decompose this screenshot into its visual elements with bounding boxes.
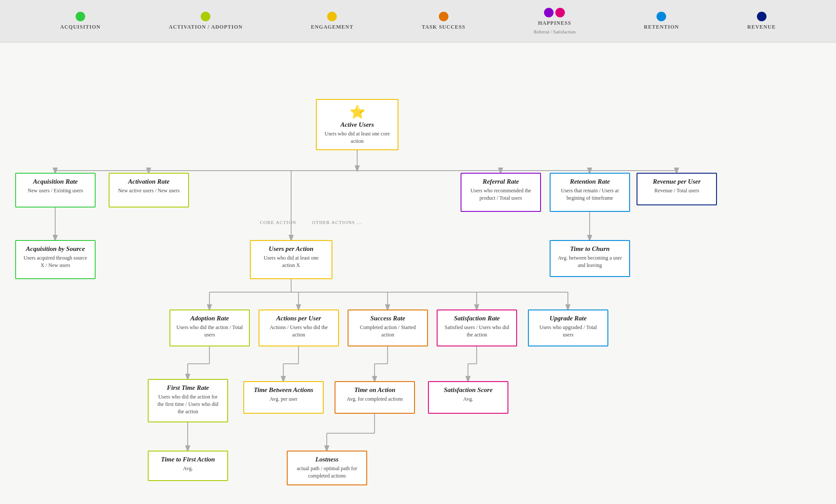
- node-users-per-action[interactable]: Users per Action Users who did at least …: [250, 240, 332, 279]
- node-time-between-actions[interactable]: Time Between Actions Avg. per user: [243, 381, 324, 414]
- activation-rate-title: Activation Rate: [116, 178, 182, 185]
- time-on-action-title: Time on Action: [342, 386, 408, 394]
- happiness-dot-1: [544, 8, 554, 17]
- time-between-actions-subtitle: Avg. per user: [250, 395, 317, 403]
- node-upgrade-rate[interactable]: Upgrade Rate Users who upgraded / Total …: [528, 310, 608, 346]
- legend-item-retention: RETENTION: [644, 12, 679, 30]
- legend-item-task-success: TASK SUCCESS: [421, 12, 465, 30]
- upgrade-rate-title: Upgrade Rate: [535, 315, 601, 322]
- users-per-action-subtitle: Users who did at least one action X: [257, 254, 325, 269]
- lostness-title: Lostness: [294, 456, 360, 463]
- acquisition-label: ACQUISITION: [60, 24, 100, 30]
- node-revenue-per-user[interactable]: Revenue per User Revenue / Total users: [637, 173, 717, 205]
- node-active-users[interactable]: ⭐ Active Users Users who did at least on…: [316, 99, 398, 150]
- active-users-star: ⭐: [323, 104, 391, 119]
- time-to-churn-title: Time to Churn: [557, 245, 623, 253]
- upgrade-rate-subtitle: Users who upgraded / Total users: [535, 324, 601, 339]
- acquisition-by-source-title: Acquisition by Source: [22, 245, 89, 253]
- referral-rate-title: Referral Rate: [468, 178, 534, 185]
- node-adoption-rate[interactable]: Adoption Rate Users who did the action /…: [169, 310, 250, 346]
- referral-rate-subtitle: Users who recommended the product / Tota…: [468, 187, 534, 202]
- satisfaction-rate-title: Satisfaction Rate: [444, 315, 510, 322]
- task-success-dot: [439, 12, 448, 21]
- actions-per-user-subtitle: Actions / Users who did the action: [265, 324, 332, 339]
- time-between-actions-title: Time Between Actions: [250, 386, 317, 394]
- revenue-dot: [757, 12, 766, 21]
- revenue-per-user-title: Revenue per User: [644, 178, 710, 185]
- time-to-first-action-title: Time to First Action: [155, 456, 221, 463]
- node-acquisition-rate[interactable]: Acquisition Rate New users / Existing us…: [15, 173, 96, 208]
- retention-rate-title: Retention Rate: [557, 178, 623, 185]
- lostness-subtitle: actual path / optimal path for completed…: [294, 465, 360, 480]
- actions-per-user-title: Actions per User: [265, 315, 332, 322]
- node-retention-rate[interactable]: Retention Rate Users that remain / Users…: [550, 173, 630, 212]
- active-users-subtitle: Users who did at least one core action: [323, 130, 391, 145]
- success-rate-title: Success Rate: [355, 315, 421, 322]
- engagement-dot: [327, 12, 337, 21]
- first-time-rate-subtitle: Users who did the action for the first t…: [155, 393, 221, 415]
- adoption-rate-subtitle: Users who did the action / Total users: [176, 324, 243, 339]
- acquisition-rate-title: Acquisition Rate: [22, 178, 89, 185]
- satisfaction-score-subtitle: Avg.: [435, 395, 501, 403]
- node-time-to-churn[interactable]: Time to Churn Avg. between becoming a us…: [550, 240, 630, 277]
- node-satisfaction-rate[interactable]: Satisfaction Rate Satisfied users / User…: [437, 310, 517, 346]
- top-bar: ACQUISITION ACTIVATION / ADOPTION ENGAGE…: [0, 0, 836, 43]
- engagement-label: ENGAGEMENT: [311, 24, 353, 30]
- time-on-action-subtitle: Avg. for completed actions: [342, 395, 408, 403]
- retention-dot: [657, 12, 666, 21]
- happiness-sublabel: Referral / Satisfaction: [534, 29, 576, 34]
- node-first-time-rate[interactable]: First Time Rate Users who did the action…: [148, 379, 228, 422]
- legend-item-activation: ACTIVATION / ADOPTION: [169, 12, 243, 30]
- users-per-action-title: Users per Action: [257, 245, 325, 253]
- happiness-dot-2: [555, 8, 565, 17]
- adoption-rate-title: Adoption Rate: [176, 315, 243, 322]
- legend-item-happiness: HAPPINESS Referral / Satisfaction: [534, 8, 576, 34]
- task-success-label: TASK SUCCESS: [421, 24, 465, 30]
- node-success-rate[interactable]: Success Rate Completed action / Started …: [348, 310, 428, 346]
- satisfaction-rate-subtitle: Satisfied users / Users who did the acti…: [444, 324, 510, 339]
- node-time-on-action[interactable]: Time on Action Avg. for completed action…: [335, 381, 415, 414]
- acquisition-dot: [76, 12, 85, 21]
- legend-item-revenue: REVENUE: [747, 12, 776, 30]
- legend-item-engagement: ENGAGEMENT: [311, 12, 353, 30]
- acquisition-rate-subtitle: New users / Existing users: [22, 187, 89, 194]
- acquisition-by-source-subtitle: Users acquired through source X / New us…: [22, 254, 89, 269]
- retention-rate-subtitle: Users that remain / Users at begining of…: [557, 187, 623, 202]
- time-to-first-action-subtitle: Avg.: [155, 465, 221, 472]
- label-core-action: CORE ACTION: [252, 220, 304, 225]
- revenue-label: REVENUE: [747, 24, 776, 30]
- node-satisfaction-score[interactable]: Satisfaction Score Avg.: [428, 381, 508, 414]
- node-acquisition-by-source[interactable]: Acquisition by Source Users acquired thr…: [15, 240, 96, 279]
- activation-label: ACTIVATION / ADOPTION: [169, 24, 243, 30]
- success-rate-subtitle: Completed action / Started action: [355, 324, 421, 339]
- connector-lines: [0, 43, 836, 504]
- active-users-title: Active Users: [323, 121, 391, 128]
- label-other-actions: OTHER ACTIONS ...: [309, 220, 365, 225]
- first-time-rate-title: First Time Rate: [155, 384, 221, 392]
- revenue-per-user-subtitle: Revenue / Total users: [644, 187, 710, 194]
- node-referral-rate[interactable]: Referral Rate Users who recommended the …: [461, 173, 541, 212]
- retention-label: RETENTION: [644, 24, 679, 30]
- legend-item-acquisition: ACQUISITION: [60, 12, 100, 30]
- node-time-to-first-action[interactable]: Time to First Action Avg.: [148, 451, 228, 481]
- happiness-label: HAPPINESS: [538, 20, 571, 26]
- satisfaction-score-title: Satisfaction Score: [435, 386, 501, 394]
- activation-dot: [201, 12, 210, 21]
- diagram-area: ⭐ Active Users Users who did at least on…: [0, 43, 836, 504]
- time-to-churn-subtitle: Avg. between becoming a user and leaving: [557, 254, 623, 269]
- node-activation-rate[interactable]: Activation Rate New active users / New u…: [109, 173, 189, 208]
- node-lostness[interactable]: Lostness actual path / optimal path for …: [287, 451, 367, 485]
- node-actions-per-user[interactable]: Actions per User Actions / Users who did…: [259, 310, 339, 346]
- activation-rate-subtitle: New active users / New users: [116, 187, 182, 194]
